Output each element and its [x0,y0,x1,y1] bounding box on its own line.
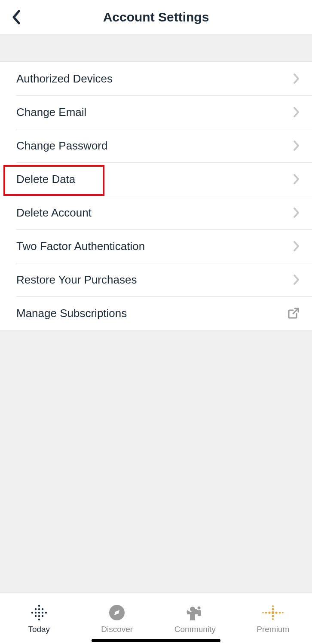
tab-bar: Today Discover Community [0,592,312,644]
svg-point-9 [45,611,47,613]
row-label: Delete Data [16,173,75,186]
page-title: Account Settings [0,10,312,24]
header: Account Settings [0,0,312,35]
row-label: Manage Subscriptions [16,307,127,320]
row-label: Authorized Devices [16,72,113,85]
tab-label: Community [174,625,216,634]
row-change-password[interactable]: Change Password [0,129,312,162]
home-indicator [92,639,220,642]
svg-point-3 [35,608,37,610]
row-authorized-devices[interactable]: Authorized Devices [0,62,312,95]
today-icon [30,603,49,622]
svg-point-6 [35,611,37,613]
svg-point-12 [42,615,43,617]
svg-point-29 [272,618,274,620]
back-button[interactable] [8,9,25,26]
svg-point-23 [279,611,281,613]
svg-point-5 [38,611,40,613]
row-change-email[interactable]: Change Email [0,95,312,129]
svg-point-21 [275,611,278,613]
tab-premium[interactable]: Premium [234,593,312,644]
svg-point-26 [272,608,274,610]
section-spacer [0,35,312,62]
svg-point-8 [31,611,33,613]
chevron-right-icon [293,140,300,151]
svg-point-13 [38,618,40,620]
row-two-factor-authentication[interactable]: Two Factor Authentication [0,229,312,263]
svg-point-17 [197,606,200,609]
row-manage-subscriptions[interactable]: Manage Subscriptions [0,296,312,330]
svg-point-4 [42,608,43,610]
chevron-right-icon [293,73,300,84]
svg-point-1 [38,604,40,606]
svg-point-19 [272,611,274,613]
svg-point-27 [272,615,274,617]
chevron-right-icon [293,174,300,185]
premium-icon [261,603,285,622]
row-label: Restore Your Purchases [16,273,137,287]
tab-community[interactable]: Community [156,593,234,644]
row-label: Change Email [16,106,86,119]
chevron-left-icon [12,10,21,24]
community-icon [185,603,205,622]
row-label: Two Factor Authentication [16,240,145,253]
svg-point-20 [269,611,271,613]
settings-list: Authorized Devices Change Email Change P… [0,62,312,330]
svg-point-11 [35,615,37,617]
tab-label: Today [28,625,50,634]
tab-discover[interactable]: Discover [78,593,156,644]
tab-label: Discover [101,625,133,634]
tab-label: Premium [257,625,289,634]
svg-point-24 [262,612,264,613]
external-link-icon [287,307,300,320]
svg-point-10 [38,615,40,617]
chevron-right-icon [293,274,300,285]
svg-rect-18 [198,610,201,616]
row-delete-data[interactable]: Delete Data [0,162,312,196]
row-label: Delete Account [16,206,92,220]
empty-area [0,330,312,592]
chevron-right-icon [293,207,300,218]
tab-today[interactable]: Today [0,593,78,644]
svg-point-2 [38,608,40,610]
row-restore-your-purchases[interactable]: Restore Your Purchases [0,263,312,296]
svg-point-22 [265,611,267,613]
svg-point-28 [272,605,274,607]
compass-icon [107,603,126,622]
svg-point-7 [42,611,43,613]
chevron-right-icon [293,241,300,252]
svg-point-25 [282,612,284,613]
svg-line-0 [293,308,298,314]
chevron-right-icon [293,107,300,118]
row-label: Change Password [16,139,107,153]
row-delete-account[interactable]: Delete Account [0,196,312,229]
